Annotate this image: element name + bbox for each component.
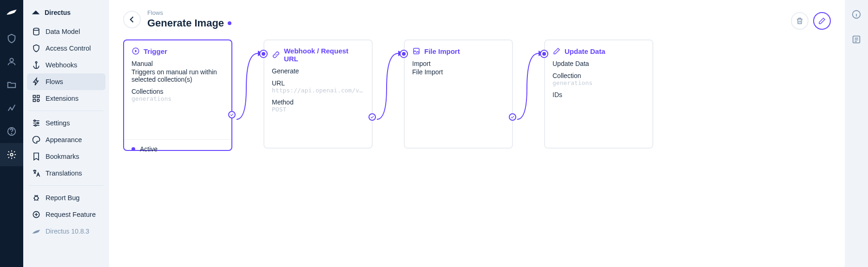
sidebar-item-access-control[interactable]: Access Control (27, 40, 105, 57)
trigger-type: Manual (132, 60, 224, 67)
op-title: File Import (412, 47, 505, 55)
svg-rect-8 (33, 99, 35, 102)
sidebar-item-label: Data Model (46, 28, 80, 35)
op-name: Generate (272, 67, 364, 75)
sidebar-item-label: Access Control (46, 45, 91, 52)
sidebar-item-translations[interactable]: Translations (27, 165, 105, 182)
method-label: Method (272, 98, 364, 106)
directus-logo[interactable] (6, 6, 18, 18)
sidebar-divider (29, 185, 104, 186)
main-content: Flows Generate Image Trigger Manual Trig… (109, 0, 845, 267)
flow-op-file-import[interactable]: File Import Import File Import (404, 39, 513, 149)
connector (373, 49, 405, 123)
op-target-handle[interactable] (540, 50, 548, 58)
flow-op-update-data[interactable]: Update Data Update Data Collection gener… (544, 39, 653, 149)
trigger-title: Trigger (132, 47, 224, 55)
app-name: Directus (45, 9, 71, 16)
sidebar-item-report-bug[interactable]: Report Bug (27, 189, 105, 206)
svg-point-4 (33, 28, 39, 31)
nav-insights-icon[interactable] (0, 97, 23, 120)
op-name: Import (412, 60, 505, 67)
translate-icon (32, 169, 41, 178)
sidebar-item-request-feature[interactable]: Request Feature (27, 206, 105, 223)
collection-value: generations (552, 79, 645, 86)
flow-trigger-card[interactable]: Trigger Manual Triggers on manual run wi… (123, 39, 232, 151)
sidebar-item-data-model[interactable]: Data Model (27, 23, 105, 40)
sidebar-item-label: Translations (46, 169, 82, 177)
palette-icon (32, 135, 41, 144)
url-value: https://api.openai.com/v1/… (272, 87, 364, 94)
sidebar-item-label: Flows (46, 78, 63, 85)
sidebar-item-bookmarks[interactable]: Bookmarks (27, 148, 105, 165)
svg-point-5 (35, 62, 37, 63)
edit-button[interactable] (813, 12, 831, 30)
sidebar-item-webhooks[interactable]: Webhooks (27, 57, 105, 73)
sidebar-item-flows[interactable]: Flows (27, 73, 105, 90)
version-text: Directus 10.8.3 (46, 228, 89, 235)
sidebar-item-settings[interactable]: Settings (27, 115, 105, 131)
sidebar-item-appearance[interactable]: Appearance (27, 131, 105, 148)
method-value: POST (272, 106, 364, 113)
collections-label: Collections (132, 88, 224, 95)
sidebar-header: Directus (27, 6, 105, 23)
op-title: Webhook / Request URL (272, 47, 364, 63)
svg-rect-7 (37, 95, 39, 98)
sidebar-item-label: Webhooks (46, 61, 77, 69)
nav-users-icon[interactable] (0, 50, 23, 73)
collections-value: generations (132, 95, 224, 102)
back-button[interactable] (123, 11, 141, 28)
breadcrumb[interactable]: Flows (147, 9, 231, 16)
category-icon (32, 94, 41, 103)
sidebar-version: Directus 10.8.3 (27, 223, 105, 240)
op-resolve-handle[interactable] (509, 113, 516, 121)
bolt-icon (32, 77, 41, 86)
bookmark-icon (32, 152, 41, 161)
sidebar-item-label: Settings (46, 119, 70, 127)
op-target-handle[interactable] (259, 50, 268, 58)
delete-button[interactable] (791, 12, 809, 30)
flow-canvas[interactable]: Trigger Manual Triggers on manual run wi… (123, 39, 831, 169)
status-dot-icon (228, 21, 231, 25)
right-rail (845, 0, 868, 267)
tune-icon (32, 118, 41, 128)
nav-docs-icon[interactable] (0, 120, 23, 143)
svg-point-3 (10, 153, 13, 156)
url-label: URL (272, 79, 364, 87)
settings-sidebar: Directus Data Model Access Control Webho… (23, 0, 109, 267)
svg-point-13 (34, 196, 38, 200)
svg-rect-6 (33, 95, 35, 98)
ids-label: IDs (552, 91, 645, 98)
connector (513, 49, 546, 123)
nav-settings-icon[interactable] (0, 143, 23, 166)
card-divider (124, 139, 231, 140)
database-icon (32, 27, 41, 36)
sidebar-item-label: Appearance (46, 136, 82, 143)
op-name: Update Data (552, 60, 645, 67)
flow-op-webhook[interactable]: Webhook / Request URL Generate URL https… (263, 39, 373, 149)
logs-icon[interactable] (851, 34, 861, 46)
svg-point-2 (12, 133, 12, 134)
trigger-resolve-handle[interactable] (228, 111, 236, 118)
header-actions (791, 12, 831, 30)
bug-icon (32, 193, 41, 202)
op-title: Update Data (552, 47, 645, 55)
trigger-description: Triggers on manual run within selected c… (132, 68, 224, 83)
trigger-status: Active (132, 145, 224, 153)
anchor-icon (32, 60, 41, 70)
page-title: Generate Image (147, 17, 224, 29)
connector (232, 49, 265, 123)
sidebar-item-label: Report Bug (46, 194, 79, 202)
op-sub: File Import (412, 68, 505, 76)
svg-point-9 (37, 99, 39, 102)
nav-content-icon[interactable] (0, 27, 23, 50)
collection-label: Collection (552, 72, 645, 79)
op-resolve-handle[interactable] (368, 113, 376, 121)
svg-point-0 (10, 59, 13, 62)
info-icon[interactable] (851, 9, 861, 21)
nav-files-icon[interactable] (0, 73, 23, 97)
sidebar-item-extensions[interactable]: Extensions (27, 90, 105, 107)
svg-point-10 (34, 120, 35, 121)
sidebar-item-label: Bookmarks (46, 153, 79, 160)
icon-sidebar (0, 0, 23, 267)
op-target-handle[interactable] (400, 50, 408, 58)
